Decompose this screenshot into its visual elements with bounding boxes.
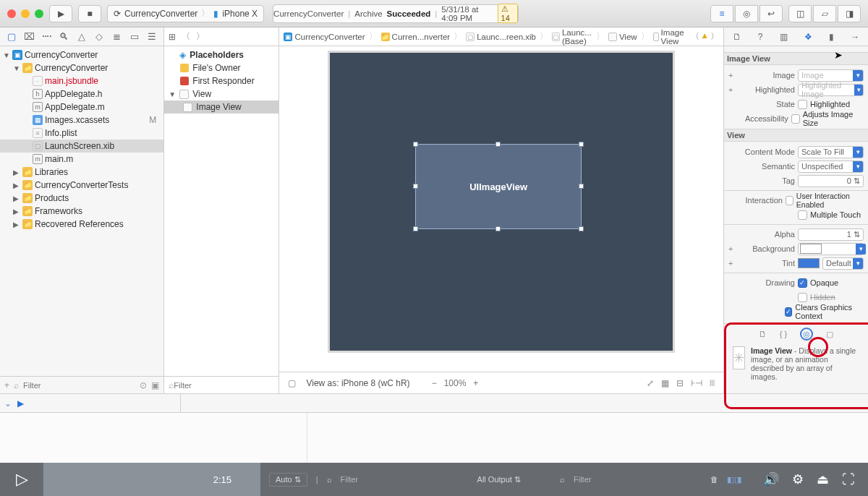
user-interaction-checkbox[interactable] [786,196,793,205]
stack-icon[interactable]: ꔖ [710,378,715,388]
resize-handle[interactable] [413,226,418,231]
issue-nav-tab[interactable]: △ [75,31,88,42]
resolve-icon[interactable]: ⊦⊣ [691,378,702,388]
tree-project-root[interactable]: ▼▣CurrencyConverter [0,48,163,61]
run-button[interactable]: ▶ [49,5,72,22]
semantic-select[interactable]: Unspecified [798,161,864,173]
tree-folder-recovered[interactable]: ▶📁Recovered References [0,218,163,231]
toggle-debug[interactable]: ▱ [813,5,836,22]
debug-disclosure-icon[interactable]: ⌄ [4,398,12,409]
scheme-selector[interactable]: ⟳ CurrencyConverter 〉 ▮ iPhone X [107,5,264,22]
highlighted-combobox[interactable]: Highlighted Image [798,84,864,96]
jump-seg-imageview[interactable]: Image View [653,28,687,46]
standard-editor[interactable]: ≡ [710,5,733,22]
close-window[interactable] [7,9,16,18]
align-icon[interactable]: ▦ [661,378,669,388]
connections-inspector-tab[interactable]: → [851,32,859,42]
recent-filter-icon[interactable]: ⊙ [140,380,147,390]
resize-handle[interactable] [579,184,584,189]
related-items-icon[interactable]: ⊞ [169,32,176,42]
zoom-in[interactable]: + [473,378,478,388]
volume-icon[interactable]: 🔊 [763,471,779,487]
content-mode-select[interactable]: Scale To Fill [798,146,864,158]
scm-filter-icon[interactable]: ▣ [151,380,159,390]
breakpoint-nav-tab[interactable]: ▭ [128,31,141,42]
tree-group[interactable]: ▼📁CurrencyConverter [0,61,163,74]
forward-icon[interactable]: 〉 [196,30,205,43]
warnings-badge[interactable]: ⚠ 14 [498,4,519,23]
toggle-navigator[interactable]: ◫ [788,5,812,22]
object-library-tab[interactable]: ◎ [800,328,813,341]
resize-handle[interactable] [495,226,501,231]
jump-warning-icon[interactable]: ▲ [701,31,709,42]
resize-handle[interactable] [579,226,584,231]
file-template-tab[interactable]: 🗋 [759,330,767,338]
code-snippet-tab[interactable]: { } [780,330,787,338]
tree-file-images-xcassets[interactable]: ▦Images.xcassetsM [0,114,163,127]
library-item-imageview[interactable]: ✳︎ Image View - Displays a single image,… [728,342,864,385]
view-as-label[interactable]: View as: iPhone 8 (wC hR) [306,378,409,388]
size-inspector-tab[interactable]: ▮ [829,32,834,42]
tree-file-mainjsbundle[interactable]: ·main.jsbundle [0,74,163,87]
tag-input[interactable]: 0 ⇅ [798,175,864,187]
project-nav-tab[interactable]: ▢ [5,31,18,42]
navigator-filter-input[interactable] [23,381,135,390]
jump-seg-file[interactable]: ▢Launc...reen.xib [466,33,536,41]
tree-folder-frameworks[interactable]: ▶📁Frameworks [0,205,163,218]
tree-folder-libraries[interactable]: ▶📁Libraries [0,166,163,179]
background-color[interactable] [798,243,864,255]
activity-status[interactable]: CurrencyConverter | Archive Succeeded | … [273,4,519,23]
clears-graphics-checkbox[interactable]: ✓ [785,307,793,317]
help-inspector-tab[interactable]: ? [758,32,763,42]
embed-icon[interactable]: ⤢ [647,378,654,388]
ib-canvas[interactable]: UIImageView [279,46,723,372]
tree-folder-products[interactable]: ▶📁Products [0,192,163,205]
hidden-checkbox[interactable] [798,293,807,302]
tree-file-main-m[interactable]: mmain.m [0,153,163,166]
jump-seg-project[interactable]: ▣CurrencyConverter [284,33,365,41]
uiimageview-selection[interactable]: UIImageView [415,144,582,229]
jump-forward[interactable]: 〉 [710,31,719,42]
tree-file-appdelegate-h[interactable]: hAppDelegate.h [0,87,163,101]
tint-select[interactable]: Default [822,257,864,270]
opaque-checkbox[interactable]: ✓ [798,278,807,288]
debug-nav-tab[interactable]: ≣ [111,31,124,42]
resize-handle[interactable] [413,184,418,189]
zoom-out[interactable]: − [432,378,437,388]
add-icon[interactable]: + [4,380,9,390]
tint-swatch[interactable] [798,258,820,268]
outline-files-owner[interactable]: File's Owner [164,61,278,74]
outline-view[interactable]: ▼View [164,87,278,101]
debug-filter-2[interactable]: Filter [574,475,591,484]
pin-icon[interactable]: ⊟ [676,378,684,388]
jump-back[interactable]: 〈 [691,31,699,42]
resize-handle[interactable] [413,142,418,147]
debug-output-select[interactable]: All Output ⇅ [477,475,521,484]
state-highlighted-checkbox[interactable] [798,100,807,109]
tree-file-launchscreen[interactable]: ▢LaunchScreen.xib [0,140,163,153]
split-icon[interactable]: ◧◨ [727,475,741,484]
tree-folder-tests[interactable]: ▶📁CurrencyConverterTests [0,179,163,192]
version-editor[interactable]: ↩ [760,5,783,22]
jump-seg-base[interactable]: ▢Launc...(Base) [552,28,592,46]
airplay-icon[interactable]: ⏏ [817,471,829,487]
artboard-view[interactable]: UIImageView [328,51,675,353]
report-nav-tab[interactable]: ☰ [145,31,158,42]
resize-handle[interactable] [579,142,584,147]
jump-seg-group[interactable]: 📁Curren...nverter [381,33,451,41]
tree-file-info-plist[interactable]: ≡Info.plist [0,127,163,140]
zoom-window[interactable] [35,9,43,18]
assistant-editor[interactable]: ◎ [735,5,758,22]
resize-handle[interactable] [495,142,501,147]
minimize-window[interactable] [21,9,30,18]
file-inspector-tab[interactable]: 🗋 [733,32,741,42]
breakpoint-toggle-icon[interactable]: ▶ [17,398,24,409]
outline-placeholders[interactable]: ◈Placeholders [164,48,278,61]
attributes-inspector-tab[interactable]: ❖ [804,32,812,42]
symbol-nav-tab[interactable]: ᠁ [41,31,54,42]
test-nav-tab[interactable]: ◇ [93,31,106,42]
outline-first-responder[interactable]: First Responder [164,74,278,87]
accessibility-checkbox[interactable] [791,114,800,124]
settings-icon[interactable]: ⚙ [792,471,804,487]
trash-icon[interactable]: 🗑 [710,475,718,484]
